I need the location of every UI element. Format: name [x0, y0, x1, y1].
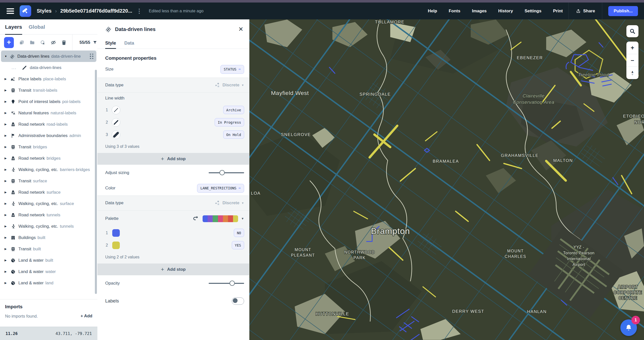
drag-handle[interactable] [90, 54, 93, 59]
layer-row[interactable]: ▶Natural featuresnatural-labels [0, 107, 97, 119]
size-stop-row: 2 In Progress [97, 116, 249, 128]
filter-layers-icon[interactable] [93, 40, 97, 45]
size-field-chip[interactable]: STATUS“ [220, 65, 244, 74]
line-width-preview[interactable] [112, 130, 120, 139]
caret-down-icon[interactable]: ▼ [5, 55, 7, 58]
layer-row[interactable]: ▶Place labelsplace-labels [0, 73, 97, 85]
nav-fonts[interactable]: Fonts [449, 9, 460, 14]
caret-right-icon[interactable]: ▶ [5, 191, 8, 194]
layer-row-selected[interactable]: ▼ Data-driven lines data-driven-line [1, 51, 96, 62]
style-menu-dots-icon[interactable]: ⋮ [136, 8, 142, 15]
hide-layer-icon[interactable] [51, 39, 56, 46]
stop-value-chip[interactable]: Archive [223, 106, 244, 114]
stop-value-chip[interactable]: NO [234, 229, 244, 237]
caret-right-icon[interactable]: ▶ [5, 145, 8, 149]
caret-right-icon[interactable]: ▶ [5, 225, 8, 228]
layer-row[interactable]: ▶Road networkroad-labels [0, 119, 97, 130]
caret-right-icon[interactable]: ▶ [5, 77, 8, 81]
hamburger-menu-icon[interactable] [7, 8, 14, 14]
caret-right-icon[interactable]: ▶ [5, 89, 8, 92]
layer-row[interactable]: ▶Road networktunnels [0, 209, 97, 221]
layer-row[interactable]: ▶Transittransit-labels [0, 85, 97, 96]
color-swatch[interactable] [112, 229, 120, 237]
layer-row[interactable]: ▶Transitsurface [0, 175, 97, 187]
caret-right-icon[interactable]: ▶ [5, 270, 8, 273]
breadcrumb-style-id[interactable]: 29b5e0e071d4f76d0aff9d220... [60, 8, 132, 14]
caret-right-icon[interactable]: ▶ [5, 168, 8, 171]
color-swatch[interactable] [112, 242, 120, 249]
imports-title: Imports [5, 304, 92, 310]
caret-right-icon[interactable]: ▶ [5, 179, 8, 183]
tab-data[interactable]: Data [124, 38, 134, 49]
layer-row[interactable]: ▶Land & waterwater [0, 266, 97, 277]
caret-right-icon[interactable]: ▶ [5, 111, 8, 115]
duplicate-layer-icon[interactable] [19, 39, 24, 46]
stop-value-chip[interactable]: On Hold [223, 130, 244, 139]
caret-right-icon[interactable]: ▶ [5, 259, 8, 262]
compass-button[interactable]: ▲▼ [626, 66, 638, 79]
palette-strip[interactable] [203, 215, 238, 222]
line-width-preview[interactable] [112, 106, 120, 114]
layer-row[interactable]: ▶Transitbridges [0, 141, 97, 153]
adjust-sizing-slider[interactable] [209, 170, 244, 176]
map-search-button[interactable] [626, 25, 638, 37]
share-icon [576, 9, 581, 14]
opacity-slider[interactable] [209, 281, 244, 286]
layer-row[interactable]: ▶Buildingsbuilt [0, 232, 97, 243]
caret-right-icon[interactable]: ▶ [5, 213, 8, 217]
nav-settings[interactable]: Settings [524, 9, 541, 14]
zoom-in-button[interactable]: + [626, 42, 638, 54]
caret-right-icon[interactable]: ▶ [5, 247, 8, 251]
layer-row-child[interactable]: ... data-driven-lines [0, 62, 97, 73]
close-panel-icon[interactable]: ✕ [238, 26, 244, 32]
nav-help[interactable]: Help [428, 9, 437, 14]
mapbox-studio-logo[interactable] [20, 5, 31, 17]
layer-row[interactable]: ▶Land & waterland [0, 277, 97, 289]
size-data-type-dropdown[interactable]: Discrete ▼ [214, 82, 244, 88]
caret-right-icon[interactable]: ▶ [5, 281, 8, 285]
layer-row[interactable]: ▶Point of interest labelspoi-labels [0, 96, 97, 107]
color-field-chip[interactable]: LANE_RESTRICTIONS“ [197, 184, 244, 193]
stop-value-chip[interactable]: In Progress [215, 118, 244, 126]
layer-row[interactable]: ▶Administrative boundariesadmin [0, 130, 97, 141]
notification-badge[interactable]: 1 [631, 316, 640, 324]
labels-toggle[interactable] [232, 297, 244, 305]
caret-right-icon[interactable]: ▶ [5, 123, 8, 126]
nav-history[interactable]: History [498, 9, 513, 14]
layer-row[interactable]: ▶Road networksurface [0, 187, 97, 198]
layer-row[interactable]: ▶Land & waterbuilt [0, 255, 97, 266]
select-on-map-icon[interactable] [40, 39, 46, 46]
delete-layer-icon[interactable] [61, 39, 67, 46]
zoom-out-button[interactable]: − [626, 54, 638, 66]
layer-row[interactable]: ▶Walking, cycling, etc.surface [0, 198, 97, 209]
add-import-button[interactable]: + Add [81, 314, 92, 319]
layer-row[interactable]: ▶Walking, cycling, etc.tunnels [0, 221, 97, 232]
nav-images[interactable]: Images [472, 9, 487, 14]
color-add-stop-button[interactable]: +Add stop [97, 264, 249, 275]
map-canvas[interactable]: TULLAMORE EBENEZER Treeline Pond Mayfiel… [249, 19, 644, 340]
line-width-preview[interactable] [112, 118, 120, 127]
layer-row[interactable]: ▶Walking, cycling, etc.barriers-bridges [0, 164, 97, 175]
color-data-type-dropdown[interactable]: Discrete ▼ [214, 200, 244, 206]
layer-row[interactable]: ▶Road networkbridges [0, 153, 97, 164]
sidebar-scrollbar[interactable] [95, 70, 97, 294]
tab-global[interactable]: Global [29, 19, 45, 34]
tab-layers[interactable]: Layers [5, 19, 22, 34]
caret-right-icon[interactable]: ▶ [5, 134, 8, 137]
size-add-stop-button[interactable]: +Add stop [97, 153, 249, 165]
publish-button[interactable]: Publish... [608, 6, 638, 16]
nav-print[interactable]: Print [553, 9, 563, 14]
layer-row[interactable]: ▶Transitbuilt [0, 243, 97, 255]
stop-value-chip[interactable]: YES [232, 241, 244, 249]
caret-right-icon[interactable]: ▶ [5, 236, 8, 239]
group-layers-icon[interactable] [29, 39, 35, 46]
breadcrumb-styles[interactable]: Styles [37, 8, 52, 14]
caret-right-icon[interactable]: ▶ [5, 100, 8, 103]
tab-style[interactable]: Style [105, 38, 116, 49]
share-button[interactable]: Share [576, 9, 595, 14]
reverse-palette-icon[interactable] [193, 216, 199, 222]
caret-right-icon[interactable]: ▶ [5, 202, 8, 205]
caret-right-icon[interactable]: ▶ [5, 157, 8, 160]
add-layer-button[interactable]: + [4, 37, 14, 48]
chevron-down-icon[interactable]: ▼ [241, 217, 244, 220]
